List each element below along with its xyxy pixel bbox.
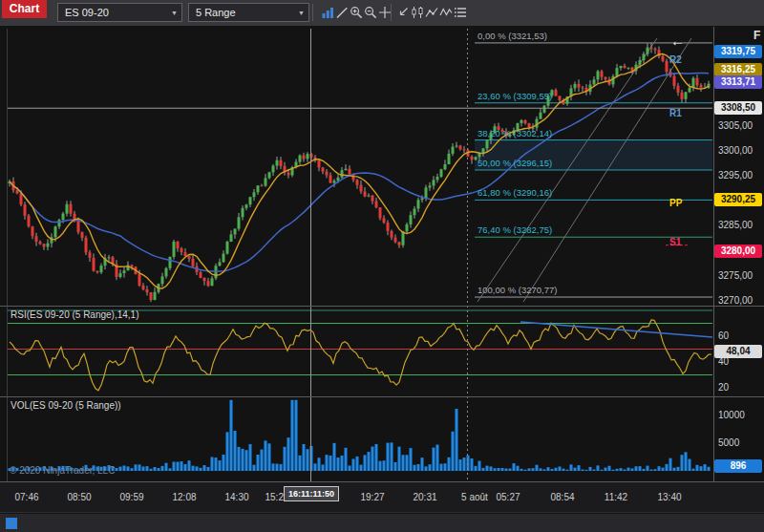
line-chart-icon[interactable] bbox=[424, 5, 439, 20]
time-tick: 14:30 bbox=[224, 492, 248, 502]
price-tick: 3275,00 bbox=[718, 270, 753, 281]
bar-chart-icon[interactable] bbox=[320, 5, 335, 20]
fib-level-label: 76,40 % (3282,75) bbox=[478, 224, 552, 235]
zigzag-icon[interactable] bbox=[438, 5, 454, 20]
interval-dropdown-value: 5 Range bbox=[196, 7, 236, 18]
rsi-trendline bbox=[520, 322, 712, 337]
volume-tick: 10000 bbox=[718, 410, 745, 420]
pivot-label-r1: R1 bbox=[669, 108, 682, 118]
chevron-down-icon: ▼ bbox=[298, 5, 305, 22]
price-badge-sma-slow: 3313,71 bbox=[714, 75, 762, 89]
time-tick: 08:50 bbox=[67, 492, 91, 502]
rsi-panel[interactable] bbox=[0, 307, 713, 396]
instrument-dropdown-value: ES 09-20 bbox=[65, 7, 109, 18]
zoom-out-icon[interactable] bbox=[363, 5, 378, 20]
time-tick: 09:59 bbox=[119, 492, 143, 502]
rsi-indicator-label: RSI(ES 09-20 (5 Range),14,1) bbox=[11, 309, 139, 320]
price-tick: 3285,00 bbox=[718, 220, 753, 230]
price-tick: 3270,00 bbox=[718, 295, 753, 306]
main-chart-panel[interactable] bbox=[0, 27, 713, 306]
fast-ma-line bbox=[10, 53, 709, 288]
interval-dropdown[interactable]: 5 Range ▼ bbox=[188, 3, 309, 22]
fib-level-label: 61,80 % (3290,16) bbox=[478, 187, 552, 198]
price-badge-crosshair: 3308,50 bbox=[714, 101, 762, 115]
pivot-label-pp: PP bbox=[669, 198, 682, 208]
time-tick: 12:08 bbox=[172, 492, 196, 502]
volume-value-badge: 896 bbox=[714, 459, 762, 473]
fib-level-label: 100,00 % (3270,77) bbox=[478, 285, 557, 295]
time-tick: 19:27 bbox=[360, 492, 384, 502]
crosshair-time-badge: 16:11:11:50 bbox=[284, 486, 339, 501]
fib-level-label: 0,00 % (3321,53) bbox=[478, 31, 547, 41]
pencil-icon[interactable] bbox=[334, 5, 350, 20]
rsi-tick: 60 bbox=[718, 330, 729, 341]
time-tick: 20:31 bbox=[413, 492, 436, 502]
horizontal-scrollbar[interactable] bbox=[0, 513, 764, 532]
price-tick: 3300,00 bbox=[718, 145, 753, 156]
time-tick: 5 août bbox=[461, 492, 488, 502]
volume-indicator-label: VOL(ES 09-20 (5 Range)) bbox=[11, 400, 121, 411]
price-badge-sma-fast: 3316,25 bbox=[714, 63, 762, 76]
time-axis[interactable]: 16:11:11:50 07:4608:5009:5912:0814:3015:… bbox=[0, 482, 764, 512]
rsi-value-badge: 48,04 bbox=[714, 345, 762, 358]
crosshair-icon[interactable] bbox=[377, 5, 393, 20]
time-tick: 11:42 bbox=[605, 492, 627, 502]
volume-tick: 5000 bbox=[718, 437, 739, 448]
pivot-label-r2: R2 bbox=[669, 54, 682, 65]
plot-left-border bbox=[7, 29, 8, 481]
fib-anchor-arrow-icon: ← bbox=[670, 32, 685, 49]
chart-tab[interactable]: Chart bbox=[2, 0, 47, 18]
time-tick: 13:40 bbox=[657, 492, 681, 502]
rsi-line bbox=[10, 320, 711, 391]
candlestick-icon[interactable] bbox=[410, 5, 425, 20]
arrow-down-left-icon[interactable] bbox=[395, 5, 411, 20]
fib-level-label: 50,00 % (3296,15) bbox=[478, 158, 552, 168]
price-badge-s1: 3280,00 bbox=[714, 245, 762, 258]
list-icon[interactable] bbox=[453, 5, 468, 20]
price-badge-pp: 3290,25 bbox=[714, 193, 762, 206]
price-tick: 3305,00 bbox=[718, 120, 753, 131]
instrument-dropdown[interactable]: ES 09-20 ▼ bbox=[57, 3, 182, 22]
toolbar: Chart ES 09-20 ▼ 5 Range ▼ bbox=[0, 0, 764, 27]
price-axis[interactable]: 3305,003300,003295,003285,003275,003270,… bbox=[714, 27, 764, 512]
price-badge-r2: 3319,75 bbox=[714, 45, 762, 58]
scrollbar-thumb[interactable] bbox=[6, 518, 17, 529]
fib-level-label: 23,60 % (3309,55) bbox=[478, 91, 552, 101]
rsi-tick: 20 bbox=[718, 382, 729, 393]
separator[interactable] bbox=[0, 306, 764, 307]
price-tick: 3295,00 bbox=[718, 170, 753, 181]
chevron-down-icon: ▼ bbox=[171, 5, 178, 22]
time-tick: 08:54 bbox=[550, 492, 574, 502]
time-tick: 07:46 bbox=[14, 492, 38, 502]
toolbar-separator bbox=[312, 4, 313, 21]
pivot-label-s1: S1 bbox=[669, 237, 681, 247]
time-tick: 05:27 bbox=[496, 492, 520, 502]
zoom-in-icon[interactable] bbox=[349, 5, 364, 20]
separator[interactable] bbox=[0, 396, 764, 397]
copyright-text: © 2020 NinjaTrader, LLC bbox=[10, 465, 115, 476]
fib-level-label: 38,20 % (3302,14) bbox=[478, 128, 552, 138]
